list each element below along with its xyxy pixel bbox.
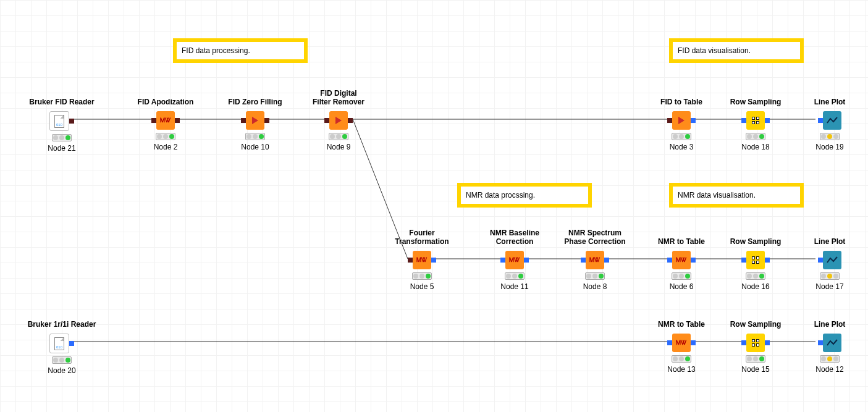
status-lights [746, 355, 765, 363]
pulse-icon: ᎷᏔ [672, 334, 691, 352]
out-port[interactable] [69, 119, 74, 124]
out-port[interactable] [604, 258, 609, 263]
in-port[interactable] [741, 118, 746, 123]
out-port[interactable] [431, 258, 436, 263]
workflow-canvas[interactable]: FID data processing. FID data visualisat… [0, 0, 868, 412]
node-title: Bruker FID Reader [29, 98, 94, 106]
out-port[interactable] [524, 258, 529, 263]
status-lights [329, 133, 348, 140]
node-nmr-to-table-1[interactable]: NMR to Table ᎷᏔ Node 6 [644, 237, 718, 291]
node-line-plot-2[interactable]: Line Plot Node 17 [793, 237, 867, 291]
arrow-icon [246, 111, 264, 130]
annotation-fid-processing[interactable]: FID data processing. [173, 38, 308, 63]
out-port[interactable] [348, 118, 353, 123]
out-port[interactable] [765, 258, 770, 263]
node-row-sampling-3[interactable]: Row Sampling Node 15 [718, 320, 793, 374]
grid-icon [746, 251, 765, 269]
node-nmr-baseline-correction[interactable]: NMR Baseline Correction ᎷᏔ Node 11 [478, 229, 552, 291]
in-port[interactable] [581, 258, 586, 263]
status-lights [245, 133, 265, 140]
annotation-nmr-visualisation[interactable]: NMR data visualisation. [669, 183, 804, 208]
status-lights [672, 355, 691, 363]
node-title: Line Plot [814, 237, 846, 246]
pulse-icon: ᎷᏔ [505, 251, 524, 269]
out-port[interactable] [691, 340, 696, 345]
node-title: NMR Spectrum Phase Correction [564, 229, 625, 246]
node-title: FID Digital Filter Remover [313, 89, 364, 106]
pulse-icon: ᎷᏔ [156, 111, 175, 130]
arrow-icon [329, 111, 348, 130]
out-port[interactable] [69, 341, 74, 346]
in-port[interactable] [241, 118, 246, 123]
node-row-sampling-2[interactable]: Row Sampling Node 16 [718, 237, 793, 291]
node-id: Node 15 [741, 365, 769, 374]
status-lights [820, 272, 840, 280]
node-fid-to-table[interactable]: FID to Table Node 3 [644, 98, 718, 151]
file-reader-icon: 010 [49, 111, 69, 131]
node-line-plot-1[interactable]: Line Plot Node 19 [793, 98, 867, 151]
node-title: Row Sampling [730, 320, 782, 329]
node-id: Node 17 [815, 282, 843, 291]
annotation-text: NMR data procssing. [466, 191, 535, 200]
in-port[interactable] [818, 258, 823, 263]
node-fid-apodization[interactable]: FID Apodization ᎷᏔ Node 2 [129, 98, 203, 151]
node-id: Node 12 [815, 365, 843, 374]
node-line-plot-3[interactable]: Line Plot Node 12 [793, 320, 867, 374]
status-lights [52, 134, 72, 141]
node-id: Node 13 [667, 365, 695, 374]
in-port[interactable] [324, 118, 329, 123]
node-nmr-spectrum-phase-correction[interactable]: NMR Spectrum Phase Correction ᎷᏔ Node 8 [558, 229, 632, 291]
line-plot-icon [823, 251, 841, 269]
node-fid-zero-filling[interactable]: FID Zero Filling Node 10 [218, 98, 292, 151]
file-reader-icon: 010 [49, 334, 69, 353]
node-id: Node 11 [500, 282, 528, 291]
status-lights [746, 272, 765, 280]
grid-icon [746, 111, 765, 130]
in-port[interactable] [741, 258, 746, 263]
out-port[interactable] [691, 118, 696, 123]
in-port[interactable] [741, 340, 746, 345]
node-bruker-1r1i-reader[interactable]: Bruker 1r/1i Reader 010 Node 20 [25, 320, 99, 375]
node-id: Node 2 [154, 143, 178, 151]
node-title: NMR Baseline Correction [490, 229, 539, 246]
in-port[interactable] [667, 340, 672, 345]
annotation-fid-visualisation[interactable]: FID data visualisation. [669, 38, 804, 63]
node-nmr-to-table-2[interactable]: NMR to Table ᎷᏔ Node 13 [644, 320, 718, 374]
node-fourier-transformation[interactable]: Fourier Transformation ᎷᏔ Node 5 [385, 229, 459, 291]
grid-icon [746, 334, 765, 352]
pulse-icon: ᎷᏔ [586, 251, 604, 269]
out-port[interactable] [765, 340, 770, 345]
status-lights [746, 133, 765, 140]
node-id: Node 6 [670, 282, 694, 291]
node-id: Node 5 [410, 282, 434, 291]
node-bruker-fid-reader[interactable]: Bruker FID Reader 010 Node 21 [25, 98, 99, 153]
annotation-text: FID data visualisation. [678, 46, 751, 55]
in-port[interactable] [667, 258, 672, 263]
node-row-sampling-1[interactable]: Row Sampling Node 18 [718, 98, 793, 151]
node-fid-digital-filter-remover[interactable]: FID Digital Filter Remover Node 9 [301, 89, 376, 151]
status-lights [585, 272, 605, 280]
out-port[interactable] [765, 118, 770, 123]
status-lights [156, 133, 175, 140]
status-lights [412, 272, 432, 280]
in-port[interactable] [667, 118, 672, 123]
annotation-text: FID data processing. [182, 46, 250, 55]
in-port[interactable] [818, 118, 823, 123]
arrow-icon [672, 111, 691, 130]
node-title: Fourier Transformation [395, 229, 449, 246]
node-id: Node 8 [583, 282, 607, 291]
in-port[interactable] [818, 340, 823, 345]
in-port[interactable] [500, 258, 505, 263]
pulse-icon: ᎷᏔ [413, 251, 431, 269]
out-port[interactable] [264, 118, 269, 123]
node-title: Bruker 1r/1i Reader [28, 320, 96, 329]
out-port[interactable] [691, 258, 696, 263]
node-id: Node 3 [670, 143, 694, 151]
status-lights [672, 272, 691, 280]
line-plot-icon [823, 111, 841, 130]
node-title: Line Plot [814, 98, 846, 106]
in-port[interactable] [151, 118, 156, 123]
out-port[interactable] [175, 118, 180, 123]
in-port[interactable] [408, 258, 413, 263]
annotation-nmr-processing[interactable]: NMR data procssing. [457, 183, 592, 208]
